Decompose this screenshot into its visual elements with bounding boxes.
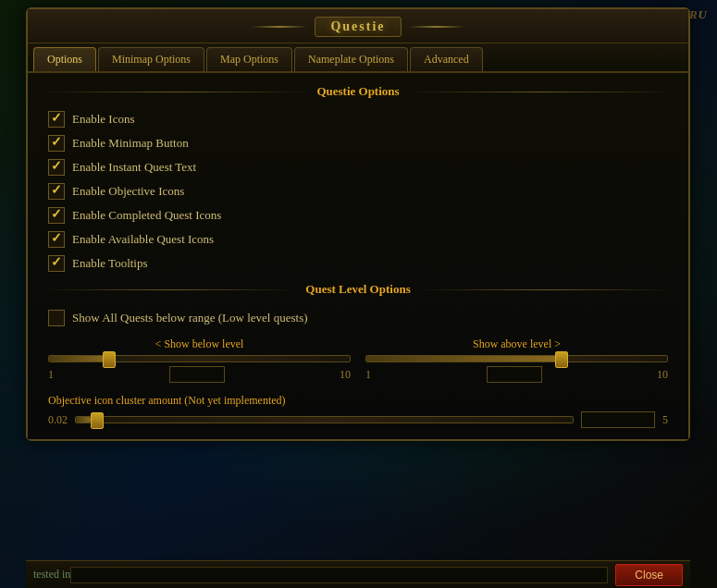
checkbox-enable-icons[interactable] <box>48 111 65 128</box>
quest-level-section: Quest Level Options Show All Quests belo… <box>43 282 674 428</box>
label-objective-icons: Enable Objective Icons <box>72 184 184 199</box>
checkbox-instant-quest[interactable] <box>48 159 65 176</box>
above-level-group: Show above level > 1 10 <box>365 337 668 383</box>
cluster-min: 0.02 <box>48 413 68 427</box>
option-available-icons: Enable Available Quest Icons <box>43 228 674 251</box>
above-min-value: 1 <box>365 368 371 382</box>
tab-minimap[interactable]: Minimap Options <box>98 47 204 71</box>
status-text: tested in <box>33 568 70 582</box>
section-line-left <box>43 92 309 92</box>
section-line-left2 <box>43 289 298 290</box>
content-area: Questie Options Enable Icons Enable Mini… <box>28 73 688 439</box>
above-level-label: Show above level > <box>365 337 668 351</box>
below-min-value: 1 <box>48 368 54 382</box>
title-deco-right <box>409 26 464 28</box>
status-input[interactable] <box>70 567 608 583</box>
above-slider-numbers: 1 10 <box>365 366 668 383</box>
below-slider-track-container <box>48 355 351 362</box>
option-minimap-button: Enable Minimap Button <box>43 132 674 154</box>
title-deco-left <box>252 26 307 28</box>
quest-level-header: Quest Level Options <box>43 282 674 297</box>
cluster-label: Objective icon cluster amount (Not yet i… <box>48 394 668 408</box>
below-slider-track[interactable] <box>48 355 351 362</box>
option-completed-icons: Enable Completed Quest Icons <box>43 204 674 227</box>
above-slider-track-container <box>365 355 668 362</box>
above-slider-thumb[interactable] <box>555 351 568 368</box>
option-enable-icons: Enable Icons <box>43 108 674 130</box>
main-window: Questie Options Minimap Options Map Opti… <box>26 7 690 441</box>
above-slider-track[interactable] <box>365 355 668 362</box>
show-all-row: Show All Quests below range (Low level q… <box>43 306 674 330</box>
option-tooltips: Enable Tooltips <box>43 252 674 275</box>
label-available-icons: Enable Available Quest Icons <box>72 232 214 247</box>
tab-advanced[interactable]: Advanced <box>410 47 483 71</box>
above-level-input[interactable] <box>487 366 542 383</box>
below-level-label: < Show below level <box>48 337 351 351</box>
checkbox-available-icons[interactable] <box>48 231 65 248</box>
below-slider-numbers: 1 10 <box>48 366 351 383</box>
option-instant-quest: Enable Instant Quest Text <box>43 156 674 178</box>
section-line-right <box>407 92 674 92</box>
below-level-group: < Show below level 1 10 <box>48 337 351 383</box>
below-max-value: 10 <box>340 368 351 382</box>
cluster-max: 5 <box>662 413 668 427</box>
tab-options[interactable]: Options <box>33 47 96 71</box>
checkbox-show-all[interactable] <box>48 310 65 326</box>
window-title: Questie <box>315 17 401 37</box>
cluster-track[interactable] <box>75 416 574 423</box>
above-slider-fill <box>366 356 562 361</box>
sliders-section: < Show below level 1 10 S <box>43 337 674 383</box>
label-enable-icons: Enable Icons <box>72 112 135 127</box>
below-slider-thumb[interactable] <box>103 351 116 368</box>
checkbox-completed-icons[interactable] <box>48 207 65 224</box>
label-minimap-button: Enable Minimap Button <box>72 136 189 151</box>
label-instant-quest: Enable Instant Quest Text <box>72 160 196 175</box>
questie-options-header: Questie Options <box>43 84 674 99</box>
label-tooltips: Enable Tooltips <box>72 256 148 271</box>
cluster-thumb[interactable] <box>91 412 104 429</box>
above-max-value: 10 <box>657 368 668 382</box>
tab-map[interactable]: Map Options <box>206 47 292 71</box>
cluster-track-container <box>75 416 574 423</box>
questie-options-title: Questie Options <box>316 84 399 99</box>
status-bar: tested in Close <box>26 560 690 588</box>
tabs-row: Options Minimap Options Map Options Name… <box>28 43 688 73</box>
close-button[interactable]: Close <box>615 564 683 586</box>
checkbox-objective-icons[interactable] <box>48 183 65 200</box>
title-bar: Questie <box>28 9 688 43</box>
checkbox-minimap-button[interactable] <box>48 135 65 152</box>
checkbox-tooltips[interactable] <box>48 255 65 272</box>
label-completed-icons: Enable Completed Quest Icons <box>72 208 221 223</box>
below-level-input[interactable] <box>169 366 225 383</box>
below-slider-fill <box>49 356 109 361</box>
section-line-right2 <box>418 289 674 290</box>
title-decorations: Questie <box>28 17 688 37</box>
label-show-all: Show All Quests below range (Low level q… <box>72 311 308 325</box>
cluster-fill <box>76 417 91 423</box>
option-objective-icons: Enable Objective Icons <box>43 180 674 202</box>
cluster-section: Objective icon cluster amount (Not yet i… <box>43 394 674 428</box>
quest-level-title: Quest Level Options <box>305 282 410 297</box>
cluster-row: 0.02 5 <box>48 411 668 428</box>
tab-nameplate[interactable]: Nameplate Options <box>294 47 408 71</box>
cluster-input[interactable] <box>581 411 655 428</box>
